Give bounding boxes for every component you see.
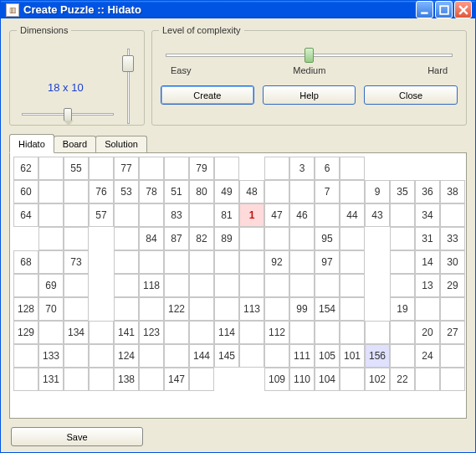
- grid-cell[interactable]: [114, 274, 139, 297]
- grid-cell[interactable]: 123: [139, 321, 164, 344]
- grid-cell[interactable]: [365, 321, 390, 344]
- grid-cell[interactable]: [315, 321, 340, 344]
- grid-cell[interactable]: [415, 297, 440, 321]
- help-button[interactable]: Help: [263, 85, 356, 105]
- grid-cell[interactable]: [64, 180, 89, 203]
- grid-cell[interactable]: 92: [264, 250, 289, 274]
- grid-cell[interactable]: [264, 297, 289, 321]
- grid-cell[interactable]: [390, 203, 415, 227]
- grid-cell[interactable]: [340, 250, 365, 274]
- grid-cell[interactable]: 48: [239, 180, 264, 203]
- grid-cell[interactable]: [340, 157, 365, 180]
- grid-cell[interactable]: [239, 227, 264, 250]
- grid-cell[interactable]: [239, 274, 264, 297]
- grid-cell[interactable]: 36: [415, 180, 440, 203]
- grid-cell[interactable]: [289, 250, 315, 274]
- grid-cell[interactable]: [164, 157, 189, 180]
- grid-cell[interactable]: [340, 297, 365, 321]
- grid-cell[interactable]: 55: [64, 157, 89, 180]
- grid-cell[interactable]: [214, 274, 239, 297]
- grid-cell[interactable]: 73: [64, 250, 89, 274]
- grid-cell[interactable]: 145: [214, 344, 239, 368]
- grid-cell[interactable]: 27: [440, 321, 465, 344]
- grid-cell[interactable]: 70: [38, 297, 64, 321]
- grid-cell[interactable]: 68: [13, 250, 38, 274]
- grid-cell[interactable]: 141: [114, 321, 139, 344]
- grid-cell[interactable]: 51: [164, 180, 189, 203]
- grid-cell[interactable]: [390, 227, 415, 250]
- grid-cell[interactable]: 105: [315, 344, 340, 368]
- grid-cell[interactable]: [264, 274, 289, 297]
- grid-cell[interactable]: [38, 203, 64, 227]
- maximize-button[interactable]: [435, 1, 453, 18]
- grid-cell[interactable]: 147: [164, 368, 189, 391]
- grid-cell[interactable]: 156: [365, 344, 390, 368]
- grid-cell[interactable]: 69: [38, 274, 64, 297]
- grid-cell[interactable]: [64, 274, 89, 297]
- grid-cell[interactable]: 99: [289, 297, 315, 321]
- save-button[interactable]: Save: [11, 427, 143, 446]
- grid-cell[interactable]: 81: [214, 203, 239, 227]
- grid-cell[interactable]: [214, 297, 239, 321]
- rows-slider[interactable]: [120, 49, 136, 124]
- grid-cell[interactable]: 1: [239, 203, 264, 227]
- grid-cell[interactable]: [289, 321, 315, 344]
- grid-cell[interactable]: 118: [139, 274, 164, 297]
- grid-cell[interactable]: [114, 250, 139, 274]
- grid-cell[interactable]: 109: [264, 368, 289, 391]
- tab-hidato[interactable]: Hidato: [9, 134, 54, 153]
- grid-cell[interactable]: 47: [264, 203, 289, 227]
- grid-cell[interactable]: 128: [13, 297, 38, 321]
- grid-cell[interactable]: 76: [89, 180, 114, 203]
- grid-cell[interactable]: 22: [390, 368, 415, 391]
- grid-cell[interactable]: 53: [114, 180, 139, 203]
- grid-cell[interactable]: 31: [415, 227, 440, 250]
- grid-cell[interactable]: [64, 203, 89, 227]
- window-close-button[interactable]: Close: [364, 85, 458, 105]
- grid-cell[interactable]: 7: [315, 180, 340, 203]
- grid-cell[interactable]: 62: [13, 157, 38, 180]
- grid-cell[interactable]: 34: [415, 203, 440, 227]
- tab-board[interactable]: Board: [54, 136, 96, 152]
- grid-cell[interactable]: [214, 157, 239, 180]
- grid-cell[interactable]: 97: [315, 250, 340, 274]
- grid-cell[interactable]: 82: [189, 227, 214, 250]
- grid-cell[interactable]: [38, 180, 64, 203]
- grid-cell[interactable]: 9: [365, 180, 390, 203]
- grid-cell[interactable]: [315, 274, 340, 297]
- grid-cell[interactable]: [289, 227, 315, 250]
- titlebar[interactable]: ▥ Create Puzzle :: Hidato: [1, 1, 475, 18]
- grid-cell[interactable]: [340, 227, 365, 250]
- grid-cell[interactable]: 101: [340, 344, 365, 368]
- grid-cell[interactable]: 104: [315, 368, 340, 391]
- grid-cell[interactable]: 113: [239, 297, 264, 321]
- grid-cell[interactable]: [415, 368, 440, 391]
- grid-cell[interactable]: 79: [189, 157, 214, 180]
- grid-cell[interactable]: 13: [415, 274, 440, 297]
- grid-cell[interactable]: 20: [415, 321, 440, 344]
- grid-cell[interactable]: [114, 203, 139, 227]
- grid-cell[interactable]: [440, 297, 465, 321]
- grid-cell[interactable]: 14: [415, 250, 440, 274]
- grid-cell[interactable]: [264, 344, 289, 368]
- grid-cell[interactable]: 154: [315, 297, 340, 321]
- grid-cell[interactable]: 110: [289, 368, 315, 391]
- grid-cell[interactable]: [189, 321, 214, 344]
- grid-cell[interactable]: 131: [38, 368, 64, 391]
- grid-cell[interactable]: [139, 368, 164, 391]
- grid-cell[interactable]: 64: [13, 203, 38, 227]
- grid-cell[interactable]: 89: [214, 227, 239, 250]
- grid-cell[interactable]: [390, 321, 415, 344]
- complexity-slider[interactable]: [166, 45, 453, 65]
- grid-cell[interactable]: 35: [390, 180, 415, 203]
- grid-cell[interactable]: 29: [440, 274, 465, 297]
- grid-cell[interactable]: [189, 203, 214, 227]
- grid-cell[interactable]: [38, 227, 64, 250]
- grid-cell[interactable]: [38, 321, 64, 344]
- grid-cell[interactable]: [340, 180, 365, 203]
- grid-cell[interactable]: 3: [289, 157, 315, 180]
- cols-slider[interactable]: [22, 106, 114, 121]
- grid-cell[interactable]: 38: [440, 180, 465, 203]
- grid-cell[interactable]: 78: [139, 180, 164, 203]
- grid-cell[interactable]: [189, 274, 214, 297]
